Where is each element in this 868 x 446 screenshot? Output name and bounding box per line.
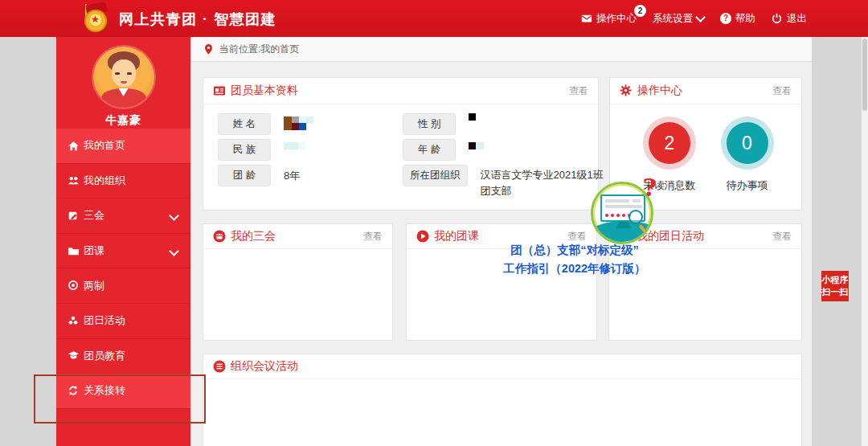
field-label: 民 族 (218, 139, 271, 161)
view-link[interactable]: 查看 (569, 84, 588, 98)
help-widget[interactable]: ? (591, 182, 653, 244)
nav-system-settings[interactable]: 系统设置 (653, 12, 704, 26)
announcement-line2: 工作指引（2022年修订版） (462, 260, 687, 278)
sidebar-item-label: 团日活动 (84, 313, 125, 328)
app-title: 网上共青团 · 智慧团建 (119, 10, 276, 29)
sidebar-menu: 我的首页 我的组织 三会 团课 (56, 129, 190, 409)
username: 牛嘉豪 (56, 113, 190, 128)
breadcrumb: 当前位置:我的首页 (190, 37, 812, 62)
sidebar-item-label: 团课 (84, 243, 104, 258)
gear-icon (620, 84, 633, 97)
redacted-value (469, 113, 476, 121)
redacted-value (284, 139, 305, 149)
field-label: 性 别 (403, 113, 456, 135)
panel-title: 操作中心 (637, 84, 682, 98)
view-link[interactable]: 查看 (772, 230, 792, 243)
sidebar-item-label: 三会 (84, 208, 104, 223)
chevron-down-icon (695, 12, 706, 23)
book-circle-icon (213, 360, 226, 373)
announcement-line1: 团（总）支部“对标定级” (462, 241, 687, 260)
education-icon (68, 350, 80, 362)
target-icon (68, 280, 80, 292)
panel-header: 团员基本资料 查看 (203, 78, 598, 104)
nav-label: 退出 (787, 12, 807, 26)
sidebar-item-home[interactable]: 我的首页 (56, 129, 190, 164)
nav-label: 系统设置 (653, 12, 693, 26)
panel-title: 组织会议活动 (231, 359, 298, 374)
field-label: 团 龄 (218, 165, 271, 186)
panel-header: 操作中心 查看 (610, 78, 801, 104)
badge-line1: 小程序 (821, 274, 849, 286)
play-circle-icon (416, 230, 429, 243)
panel-member-profile: 团员基本资料 查看 姓 名 性 别 (203, 77, 599, 211)
panel-header: 我的三会 查看 (203, 224, 392, 249)
edit-icon (68, 210, 80, 222)
panel-my-meetings: 我的三会 查看 (203, 223, 393, 341)
sidebar-item-liangzhi[interactable]: 两制 (56, 268, 190, 304)
location-pin-icon (203, 43, 214, 55)
sidebar-item-label: 我的组织 (84, 174, 125, 188)
field-organization: 所在团组织 汉语言文学专业2021级1班团支部 (403, 165, 609, 199)
app-window: ★ 网上共青团 · 智慧团建 操作中心 2 系统设置 ? 帮助 (0, 0, 868, 446)
calendar-circle-icon (213, 230, 226, 243)
sidebar-item-organization[interactable]: 我的组织 (56, 164, 190, 199)
field-name: 姓 名 (218, 113, 313, 135)
sidebar-item-member-education[interactable]: 团员教育 (56, 339, 190, 374)
field-gender: 性 别 (403, 113, 476, 135)
notification-badge: 2 (634, 5, 646, 17)
header-bar: ★ 网上共青团 · 智慧团建 操作中心 2 系统设置 ? 帮助 (0, 0, 868, 37)
nav-logout[interactable]: 退出 (772, 12, 807, 26)
field-league-age: 团 龄 8年 (218, 165, 300, 186)
badge-line2: 扫一扫 (821, 286, 849, 298)
id-card-icon (213, 84, 226, 97)
envelope-icon (581, 13, 592, 24)
field-ethnicity: 民 族 (218, 139, 305, 161)
scrollbar-thumb[interactable] (862, 39, 867, 111)
question-mark-icon: ? (642, 174, 657, 202)
nav-label: 帮助 (735, 12, 755, 26)
user-profile-block: 牛嘉豪 (56, 47, 190, 138)
sidebar-item-label: 团员教育 (84, 349, 125, 363)
chevron-down-icon (169, 211, 179, 221)
annotation-rectangle (34, 374, 206, 423)
breadcrumb-label: 当前位置:我的首页 (219, 43, 299, 56)
scrollbar[interactable] (862, 37, 868, 446)
redacted-value (284, 113, 313, 130)
nav-help[interactable]: ? 帮助 (720, 12, 755, 26)
field-label: 年 龄 (403, 139, 456, 161)
panel-org-meeting-activities: 组织会议活动 (203, 354, 802, 446)
header-nav: 操作中心 2 系统设置 ? 帮助 退出 (581, 0, 807, 37)
avatar[interactable] (93, 47, 154, 108)
home-icon (68, 140, 80, 152)
stat-todo-items[interactable]: 0 待办事项 (727, 117, 768, 193)
question-icon: ? (720, 13, 731, 24)
announcement-text[interactable]: 团（总）支部“对标定级” 工作指引（2022年修订版） (462, 241, 687, 278)
stats-row: 2 未读消息数 0 待办事项 (610, 104, 801, 193)
stat-label: 待办事项 (727, 178, 768, 193)
field-label: 所在团组织 (403, 165, 468, 186)
panel-title: 团员基本资料 (231, 84, 298, 98)
users-icon (68, 174, 80, 186)
sidebar-item-sanhui[interactable]: 三会 (56, 198, 190, 234)
view-link[interactable]: 查看 (363, 230, 383, 243)
stat-circle: 0 (727, 122, 768, 164)
folder-icon (68, 245, 80, 257)
nav-operation-center[interactable]: 操作中心 2 (581, 12, 637, 26)
sidebar-item-tuanke[interactable]: 团课 (56, 234, 190, 269)
sidebar-item-league-day[interactable]: 团日活动 (56, 304, 190, 339)
cyl-emblem-logo: ★ (80, 3, 112, 35)
power-icon (772, 13, 783, 24)
stat-circle: 2 (649, 122, 690, 164)
panel-title: 我的三会 (231, 229, 276, 243)
sidebar-item-label: 我的首页 (84, 138, 125, 153)
activity-icon (68, 315, 80, 327)
magnifier-icon (628, 210, 643, 224)
field-value: 汉语言文学专业2021级1班团支部 (481, 165, 609, 199)
profile-fields: 姓 名 性 别 民 族 (203, 104, 598, 211)
mini-program-badge[interactable]: 小程序 扫一扫 (821, 271, 849, 301)
field-age: 年 龄 (403, 139, 484, 161)
nav-label: 操作中心 (596, 12, 637, 26)
sidebar-item-label: 两制 (84, 279, 104, 293)
chevron-down-icon (169, 246, 179, 256)
view-link[interactable]: 查看 (772, 84, 792, 98)
